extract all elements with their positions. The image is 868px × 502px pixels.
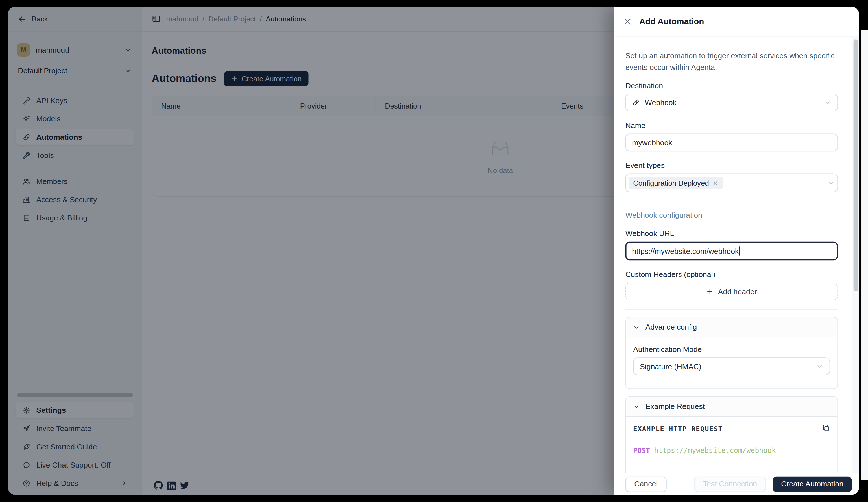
plus-icon <box>706 288 714 295</box>
example-http-request-heading: EXAMPLE HTTP REQUEST <box>633 424 723 433</box>
example-request-line: POST https://mywebsite.com/webhook <box>633 446 830 454</box>
link-icon <box>632 99 640 106</box>
chevron-down-icon <box>827 179 835 186</box>
example-headers-line-clipped: Headers: <box>633 471 830 473</box>
destination-label: Destination <box>626 81 838 90</box>
drawer-header: Add Automation <box>613 7 859 37</box>
example-request-panel: Example Request EXAMPLE HTTP REQUEST POS… <box>626 396 838 473</box>
chevron-down-icon <box>633 324 640 331</box>
drawer-title: Add Automation <box>639 17 704 26</box>
http-url: https://mywebsite.com/webhook <box>654 446 776 454</box>
webhook-url-label: Webhook URL <box>626 230 838 238</box>
advance-config-panel: Advance config Authentication Mode Signa… <box>626 317 838 389</box>
chevron-down-icon <box>633 403 640 410</box>
destination-value: Webhook <box>645 98 676 107</box>
webhook-url-input[interactable]: https://mywebsite.com/webhook <box>626 242 838 261</box>
http-method: POST <box>633 446 650 454</box>
advance-config-header[interactable]: Advance config <box>626 318 837 338</box>
cancel-button[interactable]: Cancel <box>626 476 666 492</box>
event-type-tag: Configuration Deployed <box>629 177 723 189</box>
name-label: Name <box>626 121 838 129</box>
example-request-header[interactable]: Example Request <box>626 397 837 417</box>
test-connection-button[interactable]: Test Connection <box>694 476 766 492</box>
destination-select[interactable]: Webhook <box>626 93 838 111</box>
create-automation-submit-button[interactable]: Create Automation <box>773 476 852 492</box>
chevron-down-icon <box>816 363 823 370</box>
text-cursor <box>739 247 740 255</box>
custom-headers-label: Custom Headers (optional) <box>626 271 838 279</box>
add-header-button[interactable]: Add header <box>626 283 838 300</box>
event-types-select[interactable]: Configuration Deployed <box>626 173 838 192</box>
chevron-down-icon <box>824 99 831 106</box>
event-types-label: Event types <box>626 161 838 169</box>
drawer-footer: Cancel Test Connection Create Automation <box>613 473 859 495</box>
name-value: mywebhook <box>632 138 672 147</box>
name-input[interactable]: mywebhook <box>626 133 838 151</box>
divider <box>626 309 838 310</box>
drawer-scrollbar-thumb[interactable] <box>854 39 858 291</box>
add-automation-drawer: Add Automation Set up an automation to t… <box>613 7 859 495</box>
authentication-mode-label: Authentication Mode <box>633 345 830 353</box>
drawer-body: Set up an automation to trigger external… <box>613 37 859 473</box>
webhook-configuration-title: Webhook configuration <box>626 211 838 219</box>
drawer-description: Set up an automation to trigger external… <box>626 50 836 73</box>
copy-icon[interactable] <box>822 424 830 432</box>
drawer-scrollbar-track <box>852 37 859 473</box>
close-icon[interactable] <box>623 17 632 26</box>
webhook-url-value: https://mywebsite.com/webhook <box>632 247 739 255</box>
stage: Back M mahmoud Default Project <box>0 0 868 502</box>
remove-tag-icon[interactable] <box>712 180 719 186</box>
authentication-mode-select[interactable]: Signature (HMAC) <box>633 357 830 375</box>
